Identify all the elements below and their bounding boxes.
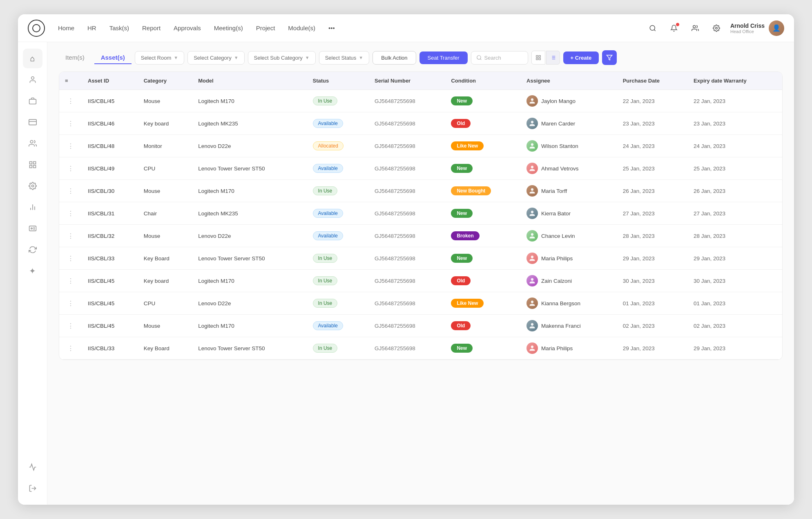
col-serial[interactable]: Serial Number <box>369 72 445 90</box>
col-assignee[interactable]: Assignee <box>521 72 617 90</box>
cell-purchase-date: 23 Jan, 2023 <box>617 112 688 135</box>
row-menu-btn[interactable]: ⋮ <box>59 90 82 112</box>
nav-approvals[interactable]: Approvals <box>174 25 201 31</box>
nav-report[interactable]: Report <box>142 25 161 31</box>
row-menu-btn[interactable]: ⋮ <box>59 135 82 157</box>
row-menu-btn[interactable]: ⋮ <box>59 247 82 270</box>
row-menu-btn[interactable]: ⋮ <box>59 157 82 180</box>
col-asset-id[interactable]: Asset ID <box>82 72 138 90</box>
nav-hr[interactable]: HR <box>87 25 96 31</box>
cell-status: Available <box>307 112 369 135</box>
people-icon-btn[interactable] <box>688 21 703 36</box>
search-box[interactable]: Search <box>471 51 528 65</box>
cell-serial: GJ56487255698 <box>369 202 445 225</box>
tab-assets[interactable]: Asset(s) <box>94 51 132 64</box>
cell-category: CPU <box>138 157 192 180</box>
seat-transfer-button[interactable]: Seat Transfer <box>419 51 468 64</box>
assignee-avatar <box>526 298 538 309</box>
cell-condition: New <box>445 337 521 360</box>
sidebar-item-pulse[interactable] <box>23 457 42 477</box>
sidebar-item-team[interactable] <box>23 134 42 153</box>
select-status[interactable]: Select Status ▼ <box>319 51 370 65</box>
svg-marker-32 <box>607 55 612 60</box>
assets-table: ≡ Asset ID Category Model Status Serial … <box>59 72 783 360</box>
logo[interactable] <box>28 20 45 37</box>
col-status[interactable]: Status <box>307 72 369 90</box>
assignee-avatar <box>526 342 538 354</box>
nav-home[interactable]: Home <box>58 25 74 31</box>
row-menu-btn[interactable]: ⋮ <box>59 270 82 292</box>
cell-model: Logitech MK235 <box>192 112 307 135</box>
notification-icon-btn[interactable] <box>667 21 681 36</box>
cell-purchase-date: 28 Jan, 2023 <box>617 225 688 247</box>
cell-expiry-date: 29 Jan, 2023 <box>688 247 782 270</box>
cell-category: Key Board <box>138 247 192 270</box>
search-icon <box>476 55 482 60</box>
sidebar-item-grid[interactable] <box>23 155 42 174</box>
assignee-name: Jaylon Mango <box>541 98 576 104</box>
view-btn-grid[interactable] <box>531 51 545 65</box>
nav-meetings[interactable]: Meeting(s) <box>214 25 243 31</box>
cell-purchase-date: 25 Jan, 2023 <box>617 157 688 180</box>
select-sub-category[interactable]: Select Sub Category ▼ <box>248 51 316 65</box>
row-menu-btn[interactable]: ⋮ <box>59 180 82 202</box>
select-category[interactable]: Select Category ▼ <box>187 51 244 65</box>
sidebar-item-briefcase[interactable] <box>23 91 42 111</box>
sidebar-item-settings[interactable] <box>23 176 42 196</box>
cell-assignee: Maria Philips <box>521 337 617 360</box>
sidebar-item-home[interactable]: ⌂ <box>23 49 42 68</box>
col-condition[interactable]: Condition <box>445 72 521 90</box>
create-button[interactable]: + Create <box>563 51 599 64</box>
svg-rect-22 <box>536 56 538 57</box>
select-room[interactable]: Select Room ▼ <box>135 51 184 65</box>
cell-condition: Like New <box>445 135 521 157</box>
row-menu-btn[interactable]: ⋮ <box>59 315 82 337</box>
table-row: ⋮ IIS/CBL/45 Key board Logitech M170 In … <box>59 270 782 292</box>
cell-purchase-date: 22 Jan, 2023 <box>617 90 688 112</box>
sidebar-item-logout[interactable] <box>23 479 42 498</box>
svg-rect-6 <box>29 119 36 125</box>
cell-status: In Use <box>307 247 369 270</box>
bulk-action-button[interactable]: Bulk Action <box>373 51 416 65</box>
cell-category: Key board <box>138 112 192 135</box>
view-btn-list[interactable] <box>546 51 560 65</box>
col-category[interactable]: Category <box>138 72 192 90</box>
user-info[interactable]: Arnold Criss Head Office 👤 <box>730 20 784 36</box>
row-menu-btn[interactable]: ⋮ <box>59 112 82 135</box>
settings-icon-btn[interactable] <box>709 21 724 36</box>
avatar: 👤 <box>769 20 784 36</box>
row-menu-btn[interactable]: ⋮ <box>59 225 82 247</box>
cell-asset-id: IIS/CBL/45 <box>82 270 138 292</box>
cell-model: Logitech M170 <box>192 180 307 202</box>
assignee-name: Makenna Franci <box>541 323 581 329</box>
assignee-avatar <box>526 95 538 107</box>
row-menu-btn[interactable]: ⋮ <box>59 337 82 360</box>
svg-line-1 <box>654 29 655 31</box>
col-expiry-date[interactable]: Expiry date Warranty <box>688 72 782 90</box>
col-purchase-date[interactable]: Purchase Date <box>617 72 688 90</box>
nav-project[interactable]: Project <box>256 25 275 31</box>
sidebar-item-idcard[interactable] <box>23 219 42 238</box>
filter-icon-button[interactable] <box>602 50 617 65</box>
cell-category: Mouse <box>138 225 192 247</box>
row-menu-btn[interactable]: ⋮ <box>59 202 82 225</box>
cell-serial: GJ56487255698 <box>369 90 445 112</box>
col-model[interactable]: Model <box>192 72 307 90</box>
nav-modules[interactable]: Module(s) <box>288 25 315 31</box>
cell-condition: Old <box>445 112 521 135</box>
cell-condition: New <box>445 247 521 270</box>
sidebar-item-person[interactable] <box>23 70 42 89</box>
nav-tasks[interactable]: Task(s) <box>109 25 129 31</box>
cell-purchase-date: 30 Jan, 2023 <box>617 270 688 292</box>
sidebar-item-sync[interactable] <box>23 240 42 260</box>
sidebar-item-star[interactable]: ✦ <box>23 261 42 281</box>
col-menu: ≡ <box>59 72 82 90</box>
row-menu-btn[interactable]: ⋮ <box>59 292 82 315</box>
search-icon-btn[interactable] <box>645 21 660 36</box>
svg-point-4 <box>31 77 34 80</box>
nav-more[interactable]: ••• <box>328 25 335 31</box>
sidebar-item-chart[interactable] <box>23 197 42 217</box>
tab-items[interactable]: Item(s) <box>59 51 91 64</box>
assignee-avatar <box>526 140 538 152</box>
sidebar-item-wallet[interactable] <box>23 112 42 132</box>
